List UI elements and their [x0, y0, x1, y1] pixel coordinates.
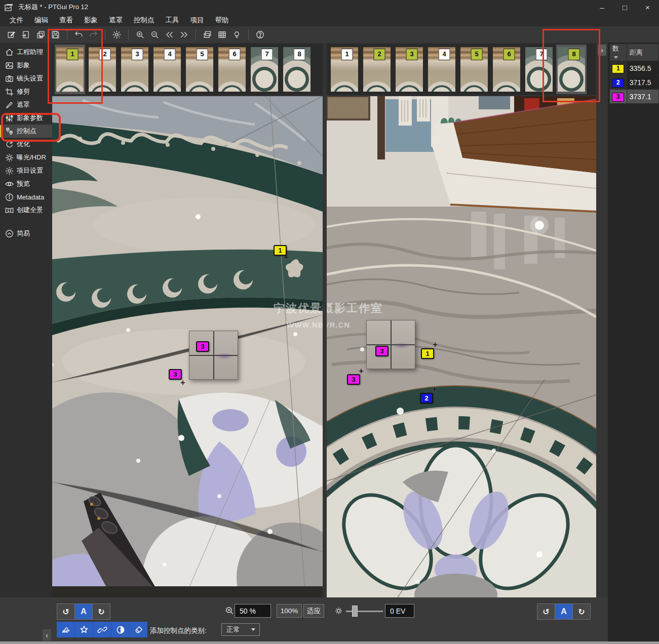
sidebar-item-优化[interactable]: 优化: [0, 138, 52, 151]
control-point-cross[interactable]: +: [432, 385, 437, 394]
contrast-icon[interactable]: [111, 622, 130, 637]
control-point-cross[interactable]: +: [180, 378, 185, 387]
duplicate-icon[interactable]: [34, 28, 48, 41]
grid-icon[interactable]: [215, 28, 229, 41]
gear-icon[interactable]: [110, 28, 124, 41]
open-icon[interactable]: [19, 28, 33, 41]
image-viewer-left[interactable]: 宁波优景摄影工作室 WWW.NBVR.CN +13+3: [52, 96, 323, 597]
menu-项目[interactable]: 项目: [185, 14, 210, 26]
sidebar-item-label: 影象参数: [17, 113, 43, 123]
ev-value-input[interactable]: 0 EV: [385, 604, 414, 618]
thumbnail-photo: 4: [153, 47, 181, 92]
control-point-badge-3[interactable]: 3: [196, 341, 209, 352]
sidebar-item-影象[interactable]: 影象: [0, 59, 52, 72]
ev-slider-handle[interactable]: [352, 606, 358, 617]
panorama-editor-icon[interactable]: [201, 28, 214, 41]
sidebar-item-曝光/HDR[interactable]: 曝光/HDR: [0, 151, 52, 164]
sidebar-item-工程助理[interactable]: 工程助理: [0, 46, 52, 59]
control-point-badge-1[interactable]: 1: [421, 348, 434, 359]
lamp-icon[interactable]: [230, 28, 244, 41]
brush-icon[interactable]: [130, 622, 147, 637]
edit-icon[interactable]: [5, 28, 18, 41]
rotate-ccw-left-button[interactable]: ↺: [57, 604, 75, 619]
collapse-left-button[interactable]: ‹: [43, 629, 51, 641]
cp-class-select[interactable]: 正常: [221, 623, 260, 636]
zoom-100-button[interactable]: 100%: [277, 604, 302, 618]
sidebar-item-创建全景[interactable]: 创建全景: [0, 204, 52, 217]
menu-编辑[interactable]: 编辑: [29, 14, 54, 26]
thumbnail-left-7[interactable]: 7: [249, 45, 280, 94]
undo-icon[interactable]: [72, 28, 86, 41]
menu-文件[interactable]: 文件: [4, 14, 29, 26]
thumbnail-right-6[interactable]: 6: [491, 45, 522, 94]
toolbar-separator: [248, 29, 249, 40]
sidebar-item-Metadata[interactable]: Metadata: [0, 190, 52, 204]
thumbnail-right-8[interactable]: 8: [556, 45, 587, 94]
thumbnail-right-1[interactable]: 1: [329, 45, 360, 94]
control-point-badge-1[interactable]: 1: [274, 245, 287, 256]
thumbnail-left-3[interactable]: 3: [120, 45, 150, 94]
menu-控制点[interactable]: 控制点: [128, 14, 160, 26]
thumbnail-right-7[interactable]: 7: [524, 45, 554, 94]
rotate-cw-left-button[interactable]: ↻: [93, 604, 110, 619]
sidebar-item-简易[interactable]: 简易: [0, 227, 52, 240]
sidebar-item-影象参数[interactable]: 影象参数: [0, 111, 52, 125]
image-viewer-right[interactable]: 宁波优景摄影工作室 WWW.NBVR.CN 3+3+1+2: [327, 96, 596, 597]
control-point-badge-2[interactable]: 2: [420, 393, 433, 404]
thumbnail-right-2[interactable]: 2: [362, 45, 392, 94]
link-icon[interactable]: [93, 622, 111, 637]
thumbnail-left-2[interactable]: 2: [87, 45, 118, 94]
help-icon[interactable]: [253, 28, 267, 41]
rotate-cw-right-button[interactable]: ↻: [573, 604, 590, 619]
zoom-out-icon[interactable]: [148, 28, 162, 41]
zoom-in-icon[interactable]: [133, 28, 147, 41]
sidebar-item-修剪[interactable]: 修剪: [0, 85, 52, 98]
menu-查看[interactable]: 查看: [54, 14, 79, 26]
thumbnail-photo: 7: [251, 47, 278, 92]
thumbnail-left-5[interactable]: 5: [184, 45, 215, 94]
thumbnail-left-6[interactable]: 6: [217, 45, 247, 94]
column-header-number[interactable]: 数: [610, 44, 627, 61]
sidebar-item-项目设置[interactable]: 项目设置: [0, 164, 52, 177]
control-point-badge-3[interactable]: 3: [169, 369, 182, 380]
sidebar-item-遮罩[interactable]: 遮罩: [0, 98, 52, 111]
close-button[interactable]: ×: [636, 0, 659, 14]
sidebar-item-预览[interactable]: 预览: [0, 177, 52, 190]
menu-帮助[interactable]: 帮助: [210, 14, 235, 26]
thumbnail-left-4[interactable]: 4: [152, 45, 182, 94]
save-icon[interactable]: [49, 28, 62, 41]
thumbnail-photo: 3: [396, 47, 423, 92]
thumbnail-right-5[interactable]: 5: [459, 45, 489, 94]
sidebar-item-镜头设置[interactable]: 镜头设置: [0, 72, 52, 85]
auto-mode-right-button[interactable]: A: [555, 604, 573, 619]
menu-工具[interactable]: 工具: [160, 14, 185, 26]
menu-遮罩[interactable]: 遮罩: [103, 14, 128, 26]
zoom-percent-input[interactable]: 50 %: [235, 604, 271, 618]
cp-table-row-2[interactable]: 23717.5: [610, 75, 659, 90]
control-point-badge-3[interactable]: 3: [375, 346, 389, 356]
cp-table-row-3[interactable]: 33737.1: [610, 90, 659, 104]
thumbnail-left-1[interactable]: 1: [55, 45, 85, 94]
zoom-fit-button[interactable]: 适应: [303, 604, 324, 618]
kangaroo-icon[interactable]: [57, 622, 75, 637]
menu-影象[interactable]: 影象: [79, 14, 103, 26]
auto-mode-left-button[interactable]: A: [75, 604, 93, 619]
rotate-ccw-right-button[interactable]: ↺: [537, 604, 555, 619]
thumbnail-left-8[interactable]: 8: [282, 45, 312, 94]
expand-strip-button[interactable]: ›: [598, 45, 606, 56]
ev-slider-track[interactable]: [346, 611, 383, 612]
maximize-button[interactable]: □: [613, 0, 636, 14]
main-toolbar: [0, 26, 659, 43]
star-icon[interactable]: [75, 622, 93, 637]
control-point-cross[interactable]: +: [433, 340, 437, 349]
redo-icon[interactable]: [87, 28, 100, 41]
thumbnail-right-4[interactable]: 4: [427, 45, 457, 94]
minimize-button[interactable]: –: [591, 0, 613, 14]
prev-pair-icon[interactable]: [163, 28, 176, 41]
cp-table-row-1[interactable]: 13356.5: [610, 61, 659, 75]
next-pair-icon[interactable]: [177, 28, 191, 41]
sidebar-item-控制点[interactable]: 控制点: [0, 125, 52, 138]
column-header-distance[interactable]: 距离: [627, 44, 658, 61]
control-point-badge-3[interactable]: 3: [347, 374, 360, 385]
thumbnail-right-3[interactable]: 3: [394, 45, 424, 94]
